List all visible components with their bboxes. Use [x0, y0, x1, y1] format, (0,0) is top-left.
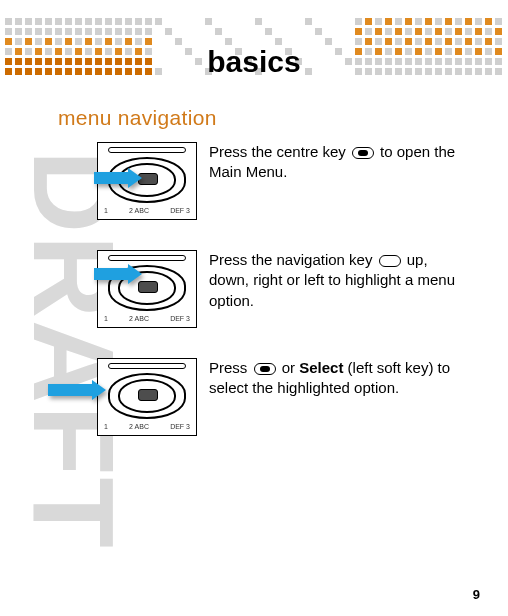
- step-item: 1 2 ABC DEF 3 Press the navigation key u…: [97, 250, 458, 328]
- keypad-label: DEF 3: [170, 423, 190, 433]
- section-heading: menu navigation: [58, 106, 217, 130]
- keypad-label: 1: [104, 207, 108, 217]
- navigation-key-icon: [379, 255, 401, 267]
- keypad-label: 2 ABC: [129, 423, 149, 433]
- select-softkey-label: Select: [299, 359, 343, 376]
- pointer-arrow-icon: [48, 384, 94, 396]
- keypad-label: 2 ABC: [129, 207, 149, 217]
- keypad-label: DEF 3: [170, 207, 190, 217]
- step-item: 1 2 ABC DEF 3 Press the centre key to op…: [97, 142, 458, 220]
- pointer-arrow-icon: [94, 172, 130, 184]
- text-fragment: Press the navigation key: [209, 251, 377, 268]
- page-title: basics: [0, 45, 508, 79]
- keypad-label: 2 ABC: [129, 315, 149, 325]
- keypad-label: 1: [104, 315, 108, 325]
- text-fragment: Press: [209, 359, 252, 376]
- step-text: Press the navigation key up, down, right…: [209, 250, 458, 311]
- phone-illustration: 1 2 ABC DEF 3: [97, 142, 197, 220]
- pointer-arrow-icon: [94, 268, 130, 280]
- centre-key-icon: [254, 363, 276, 375]
- text-fragment: Press the centre key: [209, 143, 350, 160]
- steps-list: 1 2 ABC DEF 3 Press the centre key to op…: [97, 142, 458, 466]
- text-fragment: or: [278, 359, 300, 376]
- keypad-label: 1: [104, 423, 108, 433]
- keypad-label: DEF 3: [170, 315, 190, 325]
- phone-illustration: 1 2 ABC DEF 3: [97, 358, 197, 436]
- page-number: 9: [473, 587, 480, 602]
- step-text: Press or Select (left soft key) to selec…: [209, 358, 458, 399]
- step-item: 1 2 ABC DEF 3 Press or Select (left soft…: [97, 358, 458, 436]
- phone-illustration: 1 2 ABC DEF 3: [97, 250, 197, 328]
- centre-key-icon: [352, 147, 374, 159]
- step-text: Press the centre key to open the Main Me…: [209, 142, 458, 183]
